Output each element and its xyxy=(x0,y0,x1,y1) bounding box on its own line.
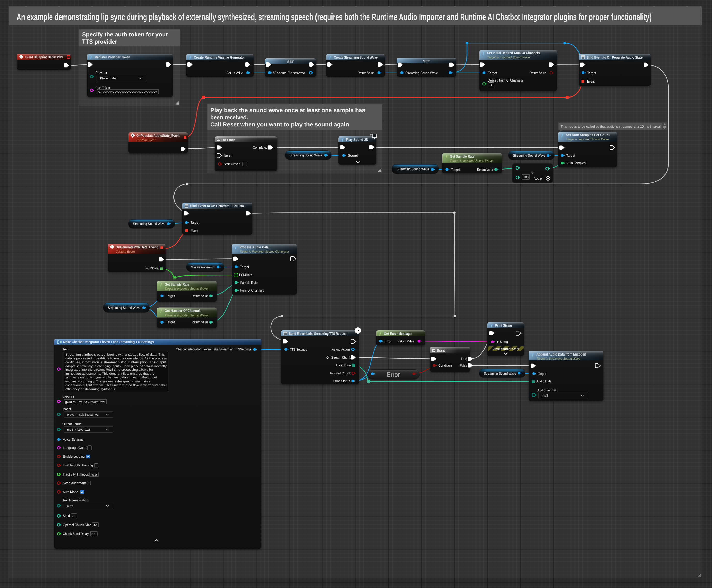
svg-text:On Stream Chunk: On Stream Chunk xyxy=(326,356,351,359)
svg-text:Sample Rate: Sample Rate xyxy=(240,281,258,285)
svg-text:Streaming Sound Wave: Streaming Sound Wave xyxy=(513,153,546,158)
svg-text:Play Sound 2D: Play Sound 2D xyxy=(346,138,368,142)
svg-text:Audio Format: Audio Format xyxy=(537,388,556,392)
svg-text:ƒ: ƒ xyxy=(160,282,162,287)
svg-text:Return Value: Return Value xyxy=(530,71,546,75)
svg-text:Call Reset when you want to pl: Call Reset when you want to play the sou… xyxy=(210,121,349,128)
svg-text:Return Value: Return Value xyxy=(192,320,208,324)
svg-text:Sound: Sound xyxy=(348,153,358,158)
svg-text:continuous output stream. This: continuous output stream. This uninterru… xyxy=(65,383,166,387)
svg-text:Text: Text xyxy=(62,347,68,351)
svg-text:Streaming Sound Wave: Streaming Sound Wave xyxy=(290,153,322,157)
svg-text:Streaming Sound Wave: Streaming Sound Wave xyxy=(108,306,140,310)
svg-text:Return Value: Return Value xyxy=(192,294,208,298)
svg-text:Return Value: Return Value xyxy=(398,339,414,343)
svg-text:mp3: mp3 xyxy=(542,394,548,397)
svg-text:Development Only: Development Only xyxy=(492,347,519,351)
svg-text:Print String: Print String xyxy=(495,323,512,328)
svg-text:Set Initial Desired Num Of Cha: Set Initial Desired Num Of Channels xyxy=(487,51,540,55)
svg-text:PCMData: PCMData xyxy=(239,273,252,277)
svg-text:Event: Event xyxy=(191,229,198,233)
svg-text:Custom Event: Custom Event xyxy=(116,250,135,253)
svg-text:mp3_44100_128: mp3_44100_128 xyxy=(67,428,90,432)
svg-text:ƒ: ƒ xyxy=(90,55,92,60)
svg-text:Target: Target xyxy=(166,294,175,298)
svg-text:Num Of Channels: Num Of Channels xyxy=(240,289,264,292)
svg-text:True: True xyxy=(461,357,467,361)
svg-text:Viseme Generator: Viseme Generator xyxy=(273,71,305,75)
svg-text:ƒ: ƒ xyxy=(483,51,485,56)
svg-text:Process Audio Data: Process Audio Data xyxy=(240,245,269,250)
svg-text:ƒ: ƒ xyxy=(490,323,492,328)
svg-text:ƒ: ƒ xyxy=(329,56,331,60)
svg-text:40: 40 xyxy=(94,524,97,527)
svg-text:Enable Logging: Enable Logging xyxy=(63,455,85,459)
svg-text:Is Final Chunk: Is Final Chunk xyxy=(330,371,351,375)
svg-text:Target: Target xyxy=(166,320,175,324)
svg-text:Get Sample Rate: Get Sample Rate xyxy=(165,282,189,287)
svg-text:Error Status: Error Status xyxy=(333,379,350,383)
svg-text:eleven_multilingual_v2: eleven_multilingual_v2 xyxy=(67,413,99,416)
svg-text:ƒ: ƒ xyxy=(342,138,344,142)
svg-text:This needs to be called so tha: This needs to be called so that audio is… xyxy=(561,125,660,128)
svg-text:Get Error Message: Get Error Message xyxy=(384,332,411,336)
svg-text:Create Runtime Viseme Generato: Create Runtime Viseme Generator xyxy=(194,56,245,60)
svg-text:Target is Imported Sound Wave: Target is Imported Sound Wave xyxy=(450,159,493,163)
svg-text:PCMData: PCMData xyxy=(145,266,159,270)
svg-text:Chunk Send Delay: Chunk Send Delay xyxy=(63,532,88,536)
svg-text:efficiency of streaming synthe: efficiency of streaming synthesis. xyxy=(65,387,116,391)
svg-text:Target is Imported Sound Wave: Target is Imported Sound Wave xyxy=(165,287,207,291)
svg-text:Error: Error xyxy=(385,339,391,343)
svg-text:÷: ÷ xyxy=(531,170,534,176)
svg-text:Custom Event: Custom Event xyxy=(136,138,156,142)
svg-text:OnPopulateAudioState_Event: OnPopulateAudioState_Event xyxy=(136,134,180,138)
svg-text:ƒ: ƒ xyxy=(160,309,162,313)
svg-text:immediate adjustments. This co: immediate adjustments. This constant flo… xyxy=(65,372,155,375)
svg-text:TTS Settings: TTS Settings xyxy=(290,348,307,351)
svg-text:Target is Imported Sound Wave: Target is Imported Sound Wave xyxy=(566,138,609,141)
svg-text:False: False xyxy=(460,363,467,368)
svg-text:Seed: Seed xyxy=(63,514,70,518)
svg-text:Num Samples: Num Samples xyxy=(566,161,586,165)
svg-text:Target: Target xyxy=(587,71,596,75)
svg-text:ƒ: ƒ xyxy=(235,245,237,250)
svg-text:Set Num Samples Per Chunk: Set Num Samples Per Chunk xyxy=(566,133,611,137)
svg-text:Viseme Generator: Viseme Generator xyxy=(191,265,214,269)
svg-text:continues, information is stre: continues, information is streamed witho… xyxy=(65,360,166,364)
svg-text:Get Sample Rate: Get Sample Rate xyxy=(450,154,474,159)
svg-text:Return Value: Return Value xyxy=(477,168,494,172)
svg-text:been received.: been received. xyxy=(210,114,248,121)
svg-text:Bind Event to On Generate PCMD: Bind Event to On Generate PCMData xyxy=(190,204,244,208)
svg-text:ƒ: ƒ xyxy=(445,154,447,159)
svg-text:SET: SET xyxy=(423,59,430,63)
svg-text:integrated into the stream. Re: integrated into the stream. Real-time pr… xyxy=(65,368,153,372)
svg-text:Target: Target xyxy=(451,168,460,172)
svg-text:Add pin: Add pin xyxy=(534,176,544,180)
svg-text:Return Value: Return Value xyxy=(358,71,374,75)
svg-text:Target is Streaming Sound Wave: Target is Streaming Sound Wave xyxy=(536,357,580,360)
svg-text:Event Blueprint Begin Play: Event Blueprint Begin Play xyxy=(25,55,63,59)
svg-text:Event: Event xyxy=(587,80,594,83)
svg-text:Target: Target xyxy=(240,265,249,269)
svg-text:Streaming Sound Wave: Streaming Sound Wave xyxy=(484,372,516,375)
svg-text:Get Number Of Channels: Get Number Of Channels xyxy=(165,309,201,313)
svg-text:Completed: Completed xyxy=(253,146,268,149)
svg-text:ƒ: ƒ xyxy=(189,56,191,60)
svg-text:Target: Target xyxy=(190,220,199,225)
svg-text:ƒ: ƒ xyxy=(561,133,563,138)
svg-text:Bind Event to On Populate Audi: Bind Event to On Populate Audio State xyxy=(587,56,643,60)
svg-text:gOkFV1JMCt0G0n9xmBwV: gOkFV1JMCt0G0n9xmBwV xyxy=(65,400,105,404)
svg-text:Streaming Sound Wave: Streaming Sound Wave xyxy=(133,222,165,226)
svg-text:Streaming Sound Wave: Streaming Sound Wave xyxy=(396,167,429,171)
svg-text:Streaming synthesis output beg: Streaming synthesis output begins with a… xyxy=(65,353,165,356)
svg-text:In String: In String xyxy=(496,340,508,344)
svg-text:Create Streaming Sound Wave: Create Streaming Sound Wave xyxy=(334,56,378,60)
svg-text:Error: Error xyxy=(387,371,400,378)
svg-text:sk-xxxxxxxxxxxxxxxxxxxxxxxxxxx: sk-xxxxxxxxxxxxxxxxxxxxxxxxxxxxxxxx xyxy=(98,90,157,94)
svg-text:1: 1 xyxy=(217,137,218,140)
svg-text:OnGeneratePCMData_Event: OnGeneratePCMData_Event xyxy=(116,245,158,250)
svg-text:TTS provider: TTS provider xyxy=(82,38,117,45)
svg-text:Target: Target xyxy=(488,71,497,75)
svg-text:Desired Num Of Channels: Desired Num Of Channels xyxy=(488,79,523,82)
svg-text:auto: auto xyxy=(67,504,73,508)
